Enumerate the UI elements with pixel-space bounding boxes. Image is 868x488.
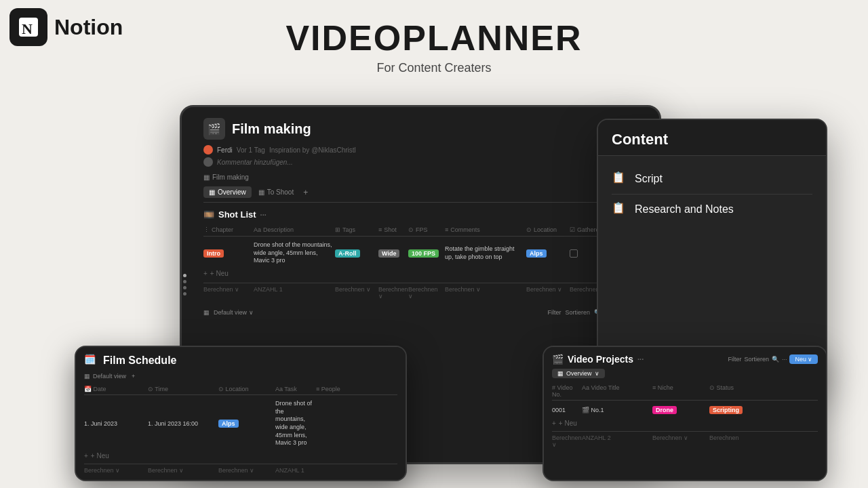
- shot-badge: Wide: [378, 249, 399, 258]
- page-header: N Notion VIDEOPLANNER For Content Create…: [0, 0, 868, 75]
- sch-location-badge: Alps: [218, 420, 239, 428]
- gathered-checkbox[interactable]: [570, 249, 578, 258]
- shot-list-icon: 🎞️: [203, 209, 214, 220]
- script-icon: 📋: [612, 171, 628, 187]
- vp-more[interactable]: ···: [637, 355, 644, 363]
- vp-add-label: + Neu: [559, 420, 577, 427]
- col-comments: ≡ Comments: [445, 226, 524, 233]
- col-chapter-label: Chapter: [212, 226, 233, 233]
- tab-add-icon[interactable]: +: [303, 188, 308, 197]
- vp-icon: 🎬: [552, 354, 564, 365]
- vp-overview-chevron: ∨: [595, 370, 599, 377]
- video-projects-tablet: 🎬 Video Projects ··· Filter Sortieren 🔍 …: [542, 346, 827, 481]
- calc-count: ANZAHL 1: [254, 286, 332, 300]
- col-fps: ⊙ FPS: [408, 226, 442, 233]
- schedule-default-view[interactable]: Default view: [93, 373, 126, 380]
- vp-dots[interactable]: ···: [782, 356, 787, 363]
- vp-overview-tab[interactable]: ▦ Overview ∨: [552, 369, 605, 378]
- time-ago: Vor 1 Tag: [237, 146, 265, 154]
- comment-placeholder[interactable]: Kommentar hinzufügen...: [217, 159, 293, 166]
- vp-add-new[interactable]: + + Neu: [552, 417, 818, 430]
- vp-neu-label: Neu: [795, 356, 806, 363]
- dot-3: [183, 286, 186, 289]
- vp-num-label: Video No.: [552, 384, 572, 398]
- film-schedule-tablet: 🗓️ Film Schedule ▦ Default view + 📅 Date…: [75, 346, 407, 481]
- chapter-badge: Intro: [203, 249, 224, 258]
- right-panel-item-research[interactable]: 📋 Research and Notes: [612, 195, 812, 224]
- sch-people-icon: ≡: [316, 386, 319, 392]
- calc-4[interactable]: Berechnen ∨: [408, 286, 442, 300]
- vp-neu-chevron: ∨: [808, 356, 812, 363]
- film-making-title: Film making: [232, 121, 311, 137]
- vp-filter[interactable]: Filter: [728, 356, 741, 363]
- row-location: Alps: [526, 249, 567, 258]
- shot-list-title: 🎞️ Shot List ···: [203, 209, 648, 220]
- bottom-view-bars: ▦ Default view ∨ Filter Sortieren 🔍 ··· …: [203, 308, 643, 317]
- schedule-table-header: 📅 Date ⊙ Time ⊙ Location Aa Task ≡: [84, 384, 397, 395]
- col-comments-label: Comments: [450, 226, 480, 233]
- user-avatar: [203, 145, 213, 155]
- sch-calc-3[interactable]: Berechnen ∨: [218, 467, 273, 474]
- shot-list-more[interactable]: ···: [260, 211, 267, 219]
- sch-task-val: Drone shot of the mountains, wide angle,…: [275, 400, 313, 447]
- tab-overview-label: Overview: [218, 188, 246, 196]
- row-shot: Wide: [378, 249, 406, 258]
- vp-calc-1[interactable]: Berechnen ∨: [552, 434, 579, 448]
- vp-col-title: Aa Video Title: [582, 384, 650, 398]
- vp-title-val-icon: 🎬: [582, 407, 589, 413]
- vp-title-icon: Aa: [582, 384, 589, 391]
- inspiration-text: Inspiration by @NiklasChristl: [269, 146, 356, 154]
- calc-6[interactable]: Berechnen ∨: [526, 286, 567, 300]
- tab-overview[interactable]: ▦ Overview: [203, 186, 252, 198]
- vp-calc-3[interactable]: Berechnen: [709, 434, 757, 448]
- dot-4: [183, 292, 186, 296]
- niche-badge: Drone: [652, 406, 677, 414]
- status-badge: Scripting: [709, 406, 743, 414]
- film-schedule-header: 🗓️ Film Schedule: [84, 354, 397, 367]
- calc-2[interactable]: Berechnen ∨: [335, 286, 376, 300]
- film-icon: 🎬: [203, 118, 225, 140]
- vp-col-number: # Video No.: [552, 384, 579, 398]
- sch-calc-2[interactable]: Berechnen ∨: [148, 467, 216, 474]
- add-new-icon: +: [203, 270, 208, 277]
- bottom-sort[interactable]: Sortieren: [565, 309, 590, 316]
- calc-5[interactable]: Berechnen ∨: [445, 286, 524, 300]
- schedule-add-new[interactable]: + + Neu: [84, 449, 397, 462]
- row-tags: A-Roll: [335, 249, 376, 258]
- vp-search[interactable]: 🔍: [772, 356, 779, 363]
- vp-header: 🎬 Video Projects ··· Filter Sortieren 🔍 …: [552, 354, 818, 365]
- vp-sort[interactable]: Sortieren: [744, 356, 769, 363]
- vp-title-row: 🎬 Video Projects ···: [552, 354, 644, 365]
- schedule-add-view[interactable]: +: [132, 373, 135, 380]
- calc-3[interactable]: Berechnen ∨: [378, 286, 406, 300]
- right-panel-item-script[interactable]: 📋 Script: [612, 164, 812, 195]
- shot-list-label: Shot List: [218, 209, 256, 220]
- vp-add-icon: +: [552, 420, 556, 427]
- sch-calc-1[interactable]: Berechnen ∨: [84, 467, 145, 474]
- row-comments: Rotate the gimble straight up, take phot…: [445, 245, 524, 261]
- col-shot-icon: ≡: [378, 226, 382, 233]
- tab-overview-icon: ▦: [209, 188, 215, 196]
- vp-row-status: Scripting: [709, 406, 757, 414]
- sch-people-label: People: [321, 386, 340, 392]
- vp-col-niche: ≡ Niche: [652, 384, 707, 398]
- svg-text:N: N: [22, 20, 33, 37]
- subtitle: For Content Creaters: [376, 61, 491, 75]
- tabs-row: ▦ Overview ▦ To Shoot + Filter Sortieren: [203, 186, 643, 203]
- vp-calc-2[interactable]: Berechnen ∨: [652, 434, 707, 448]
- add-new-row[interactable]: + + Neu: [203, 267, 648, 280]
- vp-overview-label: Overview: [566, 370, 592, 377]
- breadcrumb: ▦ Film making: [203, 174, 648, 181]
- bottom-filter[interactable]: Filter: [547, 309, 561, 316]
- col-location: ⊙ Location: [526, 226, 567, 233]
- sch-task-icon: Aa: [275, 386, 283, 392]
- vp-niche-label: Niche: [658, 384, 673, 391]
- calc-1[interactable]: Berechnen ∨: [203, 286, 251, 300]
- vp-calc-count: ANZAHL 2: [582, 434, 650, 448]
- page-meta: Ferdi Vor 1 Tag Inspiration by @NiklasCh…: [203, 145, 648, 167]
- sch-col-task: Aa Task: [275, 386, 313, 392]
- vp-status-icon: ⊙: [709, 384, 715, 391]
- vp-neu-button[interactable]: Neu ∨: [789, 354, 818, 364]
- tab-to-shoot-label: To Shoot: [267, 188, 294, 196]
- tab-to-shoot[interactable]: ▦ To Shoot: [253, 186, 299, 198]
